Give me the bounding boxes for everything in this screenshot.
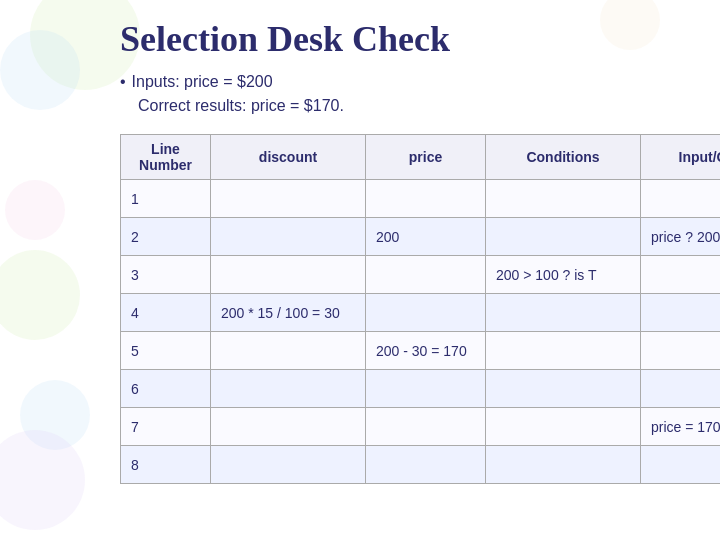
cell-conditions-4 <box>486 294 641 332</box>
cell-io-4 <box>641 294 721 332</box>
cell-line-4: 4 <box>121 294 211 332</box>
cell-io-1 <box>641 180 721 218</box>
cell-conditions-8 <box>486 446 641 484</box>
table-header-row: Line Number discount price Conditions In… <box>121 135 721 180</box>
cell-price-1 <box>366 180 486 218</box>
cell-io-6 <box>641 370 721 408</box>
table-row: 4200 * 15 / 100 = 30 <box>121 294 721 332</box>
table-row: 1 <box>121 180 721 218</box>
table-row: 5200 - 30 = 170 <box>121 332 721 370</box>
cell-conditions-7 <box>486 408 641 446</box>
col-header-conditions: Conditions <box>486 135 641 180</box>
cell-line-3: 3 <box>121 256 211 294</box>
cell-discount-4: 200 * 15 / 100 = 30 <box>211 294 366 332</box>
subtitle-line1: Inputs: price = $200 <box>132 73 273 90</box>
cell-price-6 <box>366 370 486 408</box>
cell-conditions-2 <box>486 218 641 256</box>
cell-line-8: 8 <box>121 446 211 484</box>
cell-io-5 <box>641 332 721 370</box>
cell-price-5: 200 - 30 = 170 <box>366 332 486 370</box>
table-row: 6 <box>121 370 721 408</box>
cell-line-1: 1 <box>121 180 211 218</box>
cell-discount-6 <box>211 370 366 408</box>
main-content: Selection Desk Check •Inputs: price = $2… <box>0 0 720 494</box>
cell-line-5: 5 <box>121 332 211 370</box>
cell-discount-8 <box>211 446 366 484</box>
cell-line-7: 7 <box>121 408 211 446</box>
cell-price-8 <box>366 446 486 484</box>
cell-discount-1 <box>211 180 366 218</box>
col-header-io: Input/Output <box>641 135 721 180</box>
cell-discount-5 <box>211 332 366 370</box>
col-header-line: Line Number <box>121 135 211 180</box>
col-header-price: price <box>366 135 486 180</box>
cell-conditions-6 <box>486 370 641 408</box>
cell-price-4 <box>366 294 486 332</box>
cell-price-2: 200 <box>366 218 486 256</box>
cell-io-2: price ? 200 <box>641 218 721 256</box>
col-header-discount: discount <box>211 135 366 180</box>
cell-line-6: 6 <box>121 370 211 408</box>
cell-price-3 <box>366 256 486 294</box>
cell-line-2: 2 <box>121 218 211 256</box>
cell-discount-7 <box>211 408 366 446</box>
cell-discount-2 <box>211 218 366 256</box>
cell-conditions-5 <box>486 332 641 370</box>
table-row: 2200price ? 200 <box>121 218 721 256</box>
subtitle: •Inputs: price = $200 Correct results: p… <box>120 70 690 118</box>
cell-price-7 <box>366 408 486 446</box>
table-row: 8 <box>121 446 721 484</box>
table-row: 3200 > 100 ? is T <box>121 256 721 294</box>
cell-io-7: price = 170 <box>641 408 721 446</box>
page-title: Selection Desk Check <box>120 18 690 60</box>
cell-io-3 <box>641 256 721 294</box>
subtitle-line2: Correct results: price = $170. <box>138 97 344 114</box>
bullet-point: • <box>120 73 126 90</box>
cell-discount-3 <box>211 256 366 294</box>
table-row: 7price = 170 <box>121 408 721 446</box>
cell-conditions-1 <box>486 180 641 218</box>
cell-conditions-3: 200 > 100 ? is T <box>486 256 641 294</box>
cell-io-8 <box>641 446 721 484</box>
desk-check-table: Line Number discount price Conditions In… <box>120 134 720 484</box>
